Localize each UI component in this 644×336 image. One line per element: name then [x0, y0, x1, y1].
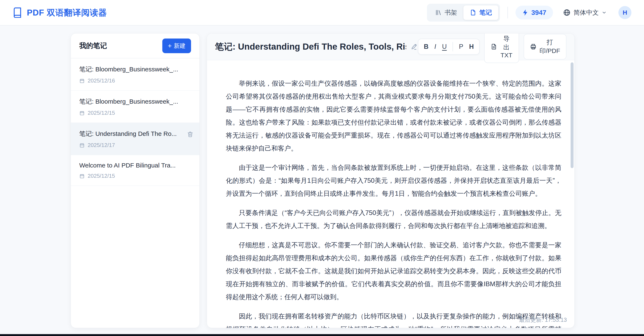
- export-txt-button[interactable]: 导出 TXT: [484, 33, 519, 63]
- printer-icon: [530, 43, 537, 50]
- tab-notes[interactable]: 笔记: [464, 5, 498, 20]
- calendar-icon: [79, 173, 85, 179]
- edit-pencil-icon[interactable]: [410, 43, 418, 50]
- note-list-item[interactable]: 笔记: Understanding Defi The Ro... 2025/12…: [71, 123, 200, 155]
- app-title: PDF 双语翻译阅读器: [27, 7, 107, 18]
- note-title: 笔记: Understanding Defi The Roles, Tools,…: [215, 41, 406, 52]
- note-list-item[interactable]: 笔记: Bloomberg_Businessweek_... 2025/12/1…: [71, 58, 200, 91]
- file-text-icon: [490, 43, 497, 50]
- italic-button[interactable]: I: [434, 43, 436, 50]
- sidebar-header: 我的笔记 + 新建: [71, 33, 200, 58]
- new-note-label: 新建: [174, 42, 186, 50]
- note-header: 笔记: Understanding Defi The Roles, Tools,…: [207, 33, 574, 60]
- note-item-title: 笔记: Understanding Defi The Ro...: [79, 130, 191, 138]
- plus-icon: +: [168, 43, 172, 49]
- globe-icon: [563, 9, 570, 16]
- calendar-icon: [79, 110, 85, 116]
- language-label: 简体中文: [574, 8, 599, 17]
- underline-button[interactable]: U: [442, 43, 447, 50]
- new-note-button[interactable]: + 新建: [162, 38, 191, 53]
- tab-bookshelf-label: 书架: [444, 8, 457, 17]
- note-item-meta: 2025/12/15: [79, 110, 191, 116]
- nav-segmented-control: 书架 笔记: [427, 4, 500, 21]
- format-group: B I U P H: [418, 39, 480, 55]
- note-list-item[interactable]: 笔记: Bloomberg_Businessweek_... 2025/12/1…: [71, 91, 200, 123]
- note-paragraph: 由于这是一个审计网络，首先，当合同条款被放置到系统上时，一切便开始启动。在这里，…: [226, 161, 562, 200]
- book-logo-icon: [12, 7, 22, 18]
- note-paragraph: 只要条件满足（“客户今天已向公司账户存入750美元”），仪器传感器就会开始或继续…: [226, 206, 562, 232]
- note-paragraph: 因此，我们现在拥有匿名转移资产的能力（比特币区块链），以及执行更复杂操作的能力，…: [226, 310, 562, 328]
- note-item-meta: 2025/12/15: [79, 173, 191, 179]
- note-item-date: 2025/12/17: [88, 142, 115, 149]
- header-divider: [508, 7, 508, 18]
- format-divider: [452, 42, 453, 51]
- notes-sidebar: 我的笔记 + 新建 笔记: Bloomberg_Businessweek_...…: [71, 33, 200, 328]
- library-icon: [435, 9, 442, 16]
- note-paragraph: 举例来说，假设一家公司生产仪器传感器，以确保高度敏感的仪器设备能维持在一个狭窄、…: [226, 77, 562, 155]
- print-pdf-label: 打印/PDF: [540, 38, 560, 55]
- note-item-title: 笔记: Bloomberg_Businessweek_...: [79, 97, 191, 106]
- bolt-icon: [522, 9, 528, 16]
- tab-notes-label: 笔记: [480, 8, 492, 17]
- credits-badge[interactable]: 3947: [516, 6, 553, 19]
- top-bar: PDF 双语翻译阅读器 书架 笔记: [0, 0, 644, 25]
- note-item-date: 2025/12/16: [88, 77, 115, 84]
- note-list-item[interactable]: Welcome to AI PDF Bilingual Tra... 2025/…: [71, 155, 200, 186]
- note-content[interactable]: 举例来说，假设一家公司生产仪器传感器，以确保高度敏感的仪器设备能维持在一个狭窄、…: [207, 60, 574, 328]
- chevron-down-icon: [602, 10, 607, 15]
- note-item-meta: 2025/12/16: [79, 77, 191, 84]
- note-paragraph: 仔细想想，这真是不可思议。你不需要一个部门的人来确认付款、验证交易、追讨客户欠款…: [226, 239, 562, 304]
- export-txt-label: 导出 TXT: [500, 34, 512, 59]
- note-item-date: 2025/12/15: [88, 173, 115, 179]
- bottom-edge-bar: [0, 334, 644, 336]
- credits-count: 3947: [532, 9, 546, 16]
- avatar[interactable]: H: [618, 6, 632, 19]
- note-item-title: 笔记: Bloomberg_Businessweek_...: [79, 65, 191, 74]
- print-pdf-button[interactable]: 打印/PDF: [524, 34, 566, 59]
- sidebar-title: 我的笔记: [79, 41, 107, 50]
- bold-button[interactable]: B: [424, 43, 428, 50]
- calendar-icon: [79, 78, 85, 84]
- note-list: 笔记: Bloomberg_Businessweek_... 2025/12/1…: [71, 58, 200, 186]
- heading-button[interactable]: H: [469, 43, 474, 50]
- tab-bookshelf[interactable]: 书架: [429, 5, 464, 20]
- paragraph-button[interactable]: P: [459, 43, 463, 50]
- app-brand: PDF 双语翻译阅读器: [12, 7, 107, 18]
- file-icon: [470, 9, 476, 16]
- note-item-date: 2025/12/15: [88, 110, 115, 116]
- language-selector[interactable]: 简体中文: [563, 8, 607, 17]
- calendar-icon: [79, 143, 85, 148]
- note-item-title: Welcome to AI PDF Bilingual Tra...: [79, 162, 191, 169]
- trash-icon[interactable]: [187, 131, 194, 138]
- note-toolbar: B I U P H 导出 TXT: [418, 33, 566, 63]
- scrollbar-thumb[interactable]: [570, 62, 574, 168]
- note-panel: 笔记: Understanding Defi The Roles, Tools,…: [207, 33, 574, 328]
- note-item-meta: 2025/12/17: [79, 142, 191, 149]
